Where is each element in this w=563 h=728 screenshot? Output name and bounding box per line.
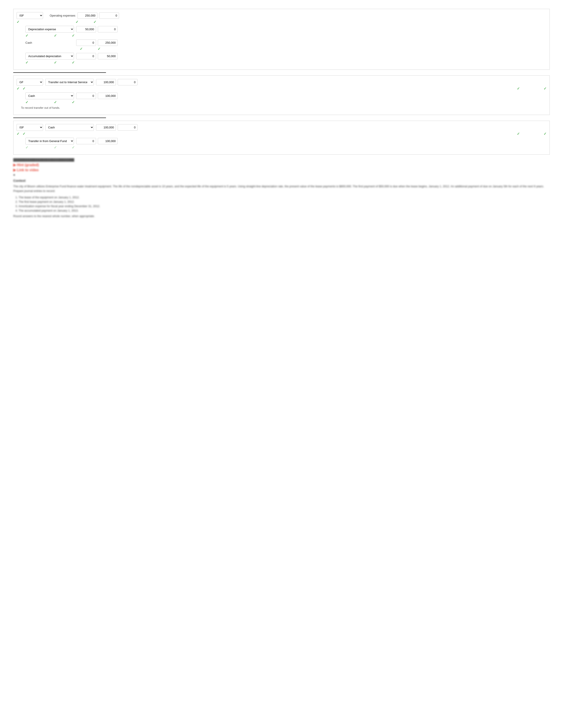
sub-debit-check-2-1: ✓: [54, 100, 57, 104]
sub-check-3-1: ✓ ✓ ✓: [25, 145, 546, 150]
sub-debit-check-3-1: ✓: [54, 145, 57, 150]
sub-account-check-1-1: ✓: [25, 34, 28, 38]
sub-credit-check-1-2: ✓: [98, 47, 100, 51]
sub-account-check-2-1: ✓: [25, 100, 28, 104]
fund-select-3[interactable]: ISF GF EF: [17, 124, 43, 131]
sub-entry-1-3: Accumulated depreciation Cash Depreciati…: [17, 53, 546, 65]
entry-1-top-row: ISF GF EF Operating expenses: [17, 12, 546, 19]
credit-check-3: ✓: [544, 132, 546, 136]
sub-row-2-1: Cash Transfer out to Internal Service Fu…: [25, 92, 546, 99]
sub-credit-3-1[interactable]: [98, 138, 118, 144]
fund-check-1: ✓: [17, 20, 19, 24]
main-credit-3[interactable]: [118, 124, 137, 131]
credit-check-2: ✓: [544, 86, 546, 91]
sub-amounts-1-2: [76, 39, 118, 46]
entry-block-3: ISF GF EF Cash Transfer in from General …: [13, 121, 550, 155]
entry-1-check-row-main: ✓ ✓ ✓: [17, 20, 546, 24]
hint-link: ▶ Hint (graded): [13, 163, 550, 167]
main-amounts-1: [77, 12, 119, 19]
sub-entry-1-2: Cash ✓ ✓: [17, 39, 546, 51]
sub-check-1-2: ✓ ✓: [25, 47, 546, 51]
sub-debit-check-1-3: ✓: [54, 60, 57, 65]
fund-check-3: ✓: [17, 132, 19, 136]
sub-check-2-1: ✓ ✓ ✓: [25, 100, 546, 104]
sub-row-1-2: Cash: [25, 39, 546, 46]
sub-entry-1-1: Depreciation expense Cash Accumulated de…: [17, 26, 546, 38]
credit-check-1: ✓: [93, 20, 96, 24]
account-check-3: ✓: [23, 132, 25, 136]
entry-2-note: To record transfer out of funds.: [21, 106, 546, 109]
sub-debit-1-1[interactable]: [76, 26, 96, 32]
sub-credit-2-1[interactable]: [98, 93, 118, 99]
list-item-1: 1. The lease of the equipment on January…: [13, 196, 550, 199]
main-debit-1[interactable]: [77, 12, 97, 19]
divider-1: [13, 72, 106, 73]
sub-credit-check-1-3: ✓: [72, 60, 75, 65]
main-account-label-1: Operating expenses: [45, 14, 75, 17]
main-debit-2[interactable]: [96, 79, 116, 85]
entry-3-top-row: ISF GF EF Cash Transfer in from General …: [17, 124, 546, 131]
account-select-3-main[interactable]: Cash Transfer in from General Fund: [45, 124, 94, 131]
sub-credit-check-2-1: ✓: [72, 100, 75, 104]
entry-block-2: GF ISF EF Transfer out to Internal Servi…: [13, 75, 550, 115]
sub-entry-2-1: Cash Transfer out to Internal Service Fu…: [17, 92, 546, 104]
sub-amounts-1-3: [76, 53, 118, 59]
fund-select-2[interactable]: GF ISF EF: [17, 79, 43, 86]
sub-check-1-1: ✓ ✓ ✓: [25, 34, 546, 38]
fund-check-2: ✓: [17, 86, 19, 91]
entry-block-1: ISF GF EF Operating expenses ✓ ✓ ✓ Depre…: [13, 9, 550, 70]
account-check-2: ✓: [23, 86, 25, 91]
account-select-1-3[interactable]: Accumulated depreciation Cash Depreciati…: [25, 53, 74, 60]
sub-account-check-1-3: ✓: [25, 60, 28, 65]
sub-credit-check-1-1: ✓: [72, 34, 75, 38]
sub-entry-3-1: Transfer in from General Fund Cash ✓ ✓ ✓: [17, 138, 546, 150]
account-select-2-1[interactable]: Cash Transfer out to Internal Service Fu…: [25, 92, 74, 99]
sub-debit-3-1[interactable]: [76, 138, 96, 144]
dot-marker: ●: [13, 173, 550, 176]
sub-amounts-2-1: [76, 93, 118, 99]
main-amounts-2: [96, 79, 137, 85]
sub-debit-check-1-2: ✓: [80, 47, 83, 51]
sub-credit-1-3[interactable]: [98, 53, 118, 59]
sub-debit-1-3[interactable]: [76, 53, 96, 59]
sub-row-1-3: Accumulated depreciation Cash Depreciati…: [25, 53, 546, 60]
entry-2-top-row: GF ISF EF Transfer out to Internal Servi…: [17, 79, 546, 86]
account-select-2-main[interactable]: Transfer out to Internal Service Fund Ca…: [45, 79, 94, 86]
sub-amounts-3-1: [76, 138, 118, 144]
sub-row-3-1: Transfer in from General Fund Cash: [25, 138, 546, 144]
sub-debit-1-2[interactable]: [76, 39, 96, 46]
entry-3-check-row-main: ✓ ✓ ✓ ✓: [17, 132, 546, 136]
sub-amounts-1-1: [76, 26, 118, 32]
fund-select-1[interactable]: ISF GF EF: [17, 12, 43, 19]
debit-check-3: ✓: [517, 132, 520, 136]
cash-label-1: Cash: [25, 41, 74, 44]
sub-debit-2-1[interactable]: [76, 93, 96, 99]
list-item-3: 3. Amortization expense for fiscal year …: [13, 205, 550, 208]
sub-row-1-1: Depreciation expense Cash Accumulated de…: [25, 26, 546, 33]
sub-debit-check-1-1: ✓: [54, 34, 57, 38]
context-paragraph: The city of Bloom utilizes Enterprise Fu…: [13, 184, 550, 193]
footer-note: Round answers to the nearest whole numbe…: [13, 214, 550, 218]
list-item-4: 4. The accumulated payment on January 1,…: [13, 209, 550, 212]
context-label: Context: [13, 179, 550, 182]
main-credit-1[interactable]: [99, 12, 119, 19]
sub-credit-check-3-1: ✓: [72, 145, 75, 150]
sub-account-check-3-1: ✓: [25, 145, 28, 150]
main-amounts-3: [96, 124, 137, 131]
sub-credit-1-2[interactable]: [98, 39, 118, 46]
account-select-1-1[interactable]: Depreciation expense Cash Accumulated de…: [25, 26, 74, 33]
blurred-area: ██████████████████████████████ ▶ Hint (g…: [13, 158, 550, 218]
main-credit-2[interactable]: [118, 79, 137, 85]
debit-check-2: ✓: [517, 86, 520, 91]
entry-2-check-row-main: ✓ ✓ ✓ ✓: [17, 86, 546, 91]
list-item-2: 2. The first lease payment on January 1,…: [13, 200, 550, 203]
sub-check-1-3: ✓ ✓ ✓: [25, 60, 546, 65]
video-link: ▶ Link to video: [13, 168, 550, 172]
account-select-3-1[interactable]: Transfer in from General Fund Cash: [25, 138, 74, 144]
divider-2: [13, 118, 106, 118]
debit-check-1: ✓: [75, 20, 78, 24]
main-debit-3[interactable]: [96, 124, 116, 131]
blurred-filler-1: ██████████████████████████████: [13, 158, 550, 161]
sub-credit-1-1[interactable]: [98, 26, 118, 32]
